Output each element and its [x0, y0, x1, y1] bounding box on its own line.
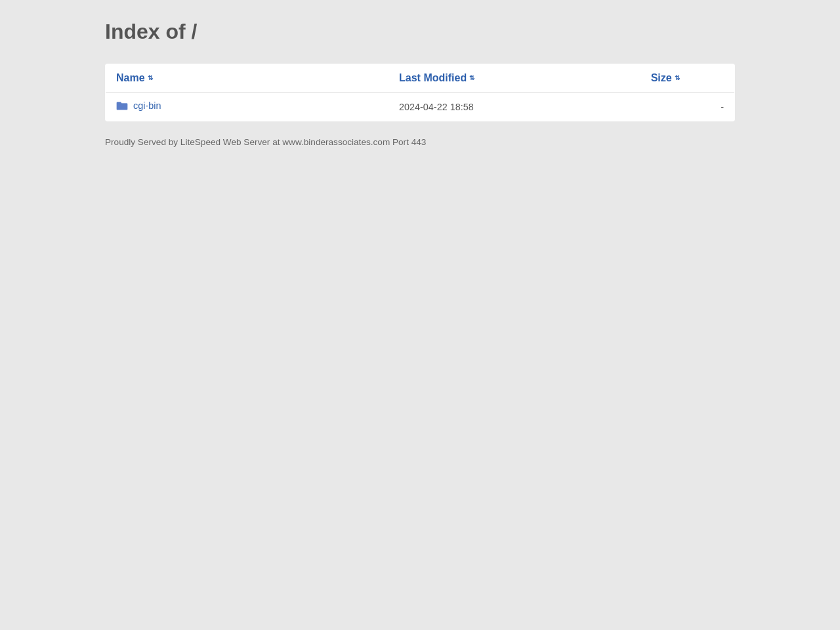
- file-name-cell: cgi-bin: [106, 93, 389, 121]
- file-size-cell: -: [640, 93, 735, 121]
- table-row: cgi-bin2024-04-22 18:58-: [106, 93, 735, 121]
- name-sort-icon: ⇅: [148, 75, 153, 81]
- size-sort-link[interactable]: Size ⇅: [651, 72, 680, 84]
- file-modified-cell: 2024-04-22 18:58: [388, 93, 640, 121]
- file-table-body: cgi-bin2024-04-22 18:58-: [106, 93, 735, 121]
- file-link[interactable]: cgi-bin: [116, 100, 161, 111]
- size-sort-icon: ⇅: [675, 75, 680, 81]
- page-title: Index of /: [105, 20, 735, 44]
- size-column-header: Size ⇅: [640, 64, 735, 93]
- modified-sort-link[interactable]: Last Modified ⇅: [399, 72, 474, 84]
- folder-icon: [116, 100, 128, 111]
- file-name: cgi-bin: [133, 100, 161, 111]
- modified-column-header: Last Modified ⇅: [388, 64, 640, 93]
- name-column-header: Name ⇅: [106, 64, 389, 93]
- file-listing-table: Name ⇅ Last Modified ⇅ Size ⇅: [105, 64, 735, 121]
- modified-sort-icon: ⇅: [469, 75, 474, 81]
- table-header-row: Name ⇅ Last Modified ⇅ Size ⇅: [106, 64, 735, 93]
- main-container: Index of / Name ⇅ Last Modified ⇅: [92, 0, 748, 167]
- name-sort-link[interactable]: Name ⇅: [116, 72, 153, 84]
- footer-text: Proudly Served by LiteSpeed Web Server a…: [105, 137, 735, 147]
